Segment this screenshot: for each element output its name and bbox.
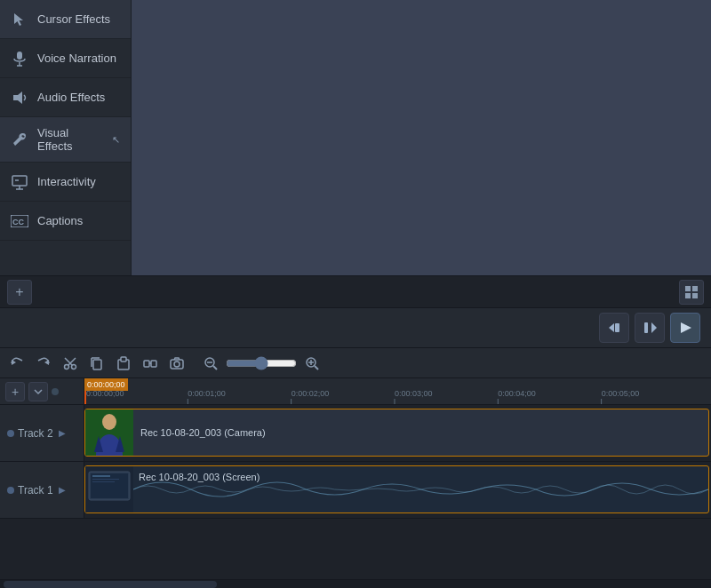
svg-rect-11 <box>692 286 698 291</box>
timeline-tracks: + 0:00:00;00 <box>0 378 711 579</box>
scrollbar-thumb[interactable] <box>4 581 217 588</box>
track-1-row: Track 1 ▶ <box>0 462 711 519</box>
track-1-label: Track 1 ▶ <box>0 462 84 518</box>
zoom-controls <box>199 352 324 375</box>
track-1-clip[interactable]: Rec 10-08-20_003 (Screen) <box>84 465 709 513</box>
svg-point-21 <box>65 364 69 369</box>
sidebar-voice-narration-label: Voice Narration <box>37 52 116 65</box>
app-container: Cursor Effects Voice Narration <box>0 0 711 588</box>
monitor-icon <box>11 173 28 191</box>
sidebar-item-interactivity[interactable]: Interactivity <box>0 163 131 202</box>
track-2-clip[interactable]: Rec 10-08-20_003 (Camera) <box>84 409 709 457</box>
svg-marker-3 <box>13 91 22 104</box>
preview-area <box>132 0 711 275</box>
zoom-slider-input[interactable] <box>226 356 297 370</box>
snapshot-button[interactable] <box>165 352 188 375</box>
svg-rect-4 <box>12 176 27 186</box>
add-track-button[interactable]: + <box>5 382 25 401</box>
track-dot <box>52 388 59 395</box>
undo-button[interactable] <box>5 352 28 375</box>
collapse-tracks-button[interactable] <box>28 382 48 401</box>
svg-rect-25 <box>121 357 126 362</box>
sidebar-visual-effects-label: Visual Effects <box>37 126 103 153</box>
svg-rect-50 <box>92 479 119 480</box>
svg-rect-10 <box>685 286 691 291</box>
track-1-clip-thumbnail <box>85 466 133 513</box>
play-button[interactable] <box>670 313 700 343</box>
track-2-clip-thumbnail <box>85 409 133 456</box>
svg-rect-16 <box>644 322 648 333</box>
timeline-toolbar <box>0 348 711 378</box>
track-2-name: Track 2 <box>18 427 53 440</box>
sidebar-item-audio-effects[interactable]: Audio Effects <box>0 78 131 117</box>
sidebar-captions-label: Captions <box>37 214 83 227</box>
zoom-in-button[interactable] <box>300 352 324 375</box>
wrench-icon <box>11 131 28 148</box>
track-1-name: Track 1 <box>18 484 53 497</box>
copy-button[interactable] <box>85 352 108 375</box>
svg-line-37 <box>315 366 318 369</box>
redo-button[interactable] <box>32 352 55 375</box>
svg-marker-19 <box>12 360 16 365</box>
track-2-dot <box>7 430 14 437</box>
svg-rect-13 <box>692 293 698 298</box>
svg-line-33 <box>213 366 217 369</box>
timeline-ruler[interactable]: 0:00:00;00 0:00:00;00 0:00:01;00 0:00:02… <box>84 378 711 404</box>
svg-rect-15 <box>615 323 619 332</box>
track-2-clip-label: Rec 10-08-20_003 (Camera) <box>133 427 273 438</box>
svg-marker-20 <box>44 360 49 365</box>
mic-icon <box>11 50 28 68</box>
sidebar-item-cursor-effects[interactable]: Cursor Effects <box>0 0 131 39</box>
cursor-hover-indicator: ↖ <box>112 134 120 146</box>
sidebar-item-visual-effects[interactable]: Visual Effects ↖ <box>0 117 131 163</box>
svg-rect-23 <box>93 360 101 369</box>
paste-button[interactable] <box>112 352 135 375</box>
bottom-bar: + <box>0 275 711 307</box>
svg-rect-27 <box>151 361 156 367</box>
cc-icon: CC <box>11 212 28 230</box>
sidebar-item-voice-narration[interactable]: Voice Narration <box>0 39 131 78</box>
svg-marker-17 <box>651 322 657 333</box>
play-pause-button[interactable] <box>635 313 665 343</box>
preview-placeholder <box>132 0 711 275</box>
svg-point-22 <box>72 364 76 369</box>
timeline-left-panel: + <box>0 378 84 404</box>
svg-rect-12 <box>685 293 691 298</box>
svg-marker-14 <box>609 323 614 332</box>
timeline-section: + 0:00:00;00 <box>0 348 711 588</box>
snap-button[interactable] <box>139 352 162 375</box>
grid-button[interactable] <box>679 280 704 305</box>
svg-point-30 <box>174 362 180 367</box>
svg-rect-48 <box>91 473 128 498</box>
svg-rect-0 <box>17 52 22 60</box>
track-1-content[interactable]: Rec 10-08-20_003 (Screen) <box>84 462 711 518</box>
svg-point-45 <box>102 414 116 430</box>
top-section: Cursor Effects Voice Narration <box>0 0 711 275</box>
sidebar-audio-effects-label: Audio Effects <box>37 91 105 104</box>
track-1-dot <box>7 487 14 494</box>
track-2-row: Track 2 ▶ <box>0 405 711 462</box>
track-1-arrow: ▶ <box>59 485 66 495</box>
sidebar-item-captions[interactable]: CC Captions <box>0 202 131 241</box>
playhead-time: 0:00:00;00 <box>84 378 128 391</box>
track-1-clip-label: Rec 10-08-20_003 (Screen) <box>139 472 260 482</box>
track-2-label: Track 2 ▶ <box>0 405 84 461</box>
add-button[interactable]: + <box>7 280 32 305</box>
svg-rect-49 <box>92 475 110 477</box>
speaker-icon <box>11 89 28 107</box>
playback-bar <box>0 307 711 348</box>
zoom-out-button[interactable] <box>199 352 222 375</box>
svg-rect-51 <box>92 481 115 482</box>
track-2-arrow: ▶ <box>59 428 66 438</box>
sidebar: Cursor Effects Voice Narration <box>0 0 132 275</box>
cut-button[interactable] <box>59 352 82 375</box>
sidebar-cursor-effects-label: Cursor Effects <box>37 12 110 26</box>
timeline-scrollbar[interactable] <box>0 579 711 588</box>
rewind-button[interactable] <box>599 313 629 343</box>
sidebar-interactivity-label: Interactivity <box>37 175 96 188</box>
svg-rect-26 <box>144 361 149 367</box>
timeline-ruler-row: + 0:00:00;00 <box>0 378 711 405</box>
svg-marker-18 <box>681 322 691 333</box>
cursor-icon <box>11 11 28 28</box>
track-2-content[interactable]: Rec 10-08-20_003 (Camera) <box>84 405 711 461</box>
